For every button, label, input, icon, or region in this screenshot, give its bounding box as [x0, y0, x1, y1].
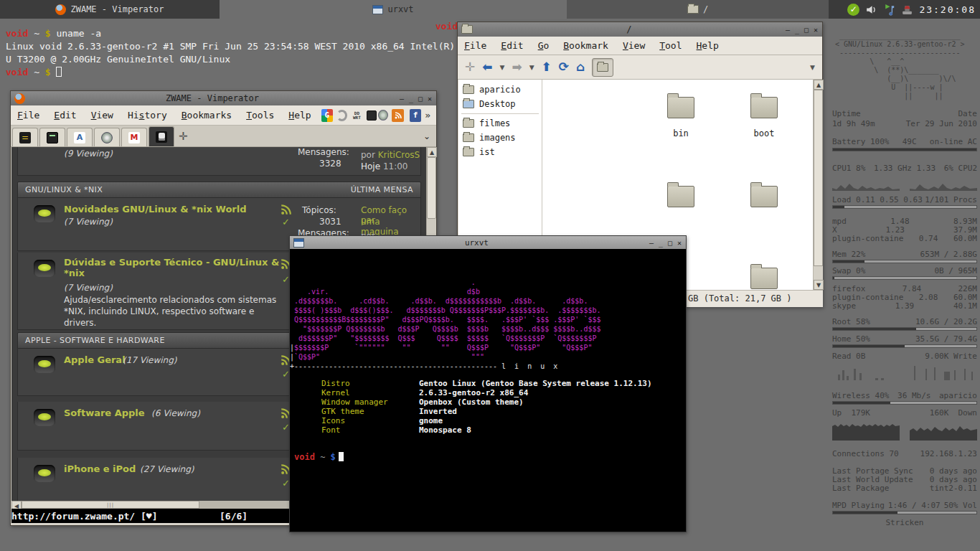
mpd-tray-icon[interactable]: [883, 4, 895, 16]
rss-icon[interactable]: [281, 204, 291, 215]
scroll-down-button[interactable]: ▼: [814, 280, 824, 290]
tab-a[interactable]: A: [67, 128, 93, 146]
tab-cam[interactable]: [94, 128, 120, 146]
shade-button[interactable]: ‒: [786, 26, 790, 34]
minimize-button[interactable]: _: [409, 95, 413, 103]
sidebar-item-filmes[interactable]: filmes: [458, 116, 542, 131]
menu-edit[interactable]: Edit: [47, 107, 83, 123]
menu-go[interactable]: Go: [532, 37, 556, 54]
last-post-time: Hoje 11:00: [361, 159, 408, 172]
menu-help[interactable]: Help: [282, 107, 317, 123]
rss-bookmark-icon[interactable]: [392, 109, 403, 122]
home-button[interactable]: ⌂: [576, 61, 585, 73]
terminal-bookmark-icon[interactable]: [367, 110, 377, 121]
forward-button[interactable]: ➡: [512, 61, 522, 73]
scrollbar-thumb[interactable]: [427, 157, 436, 219]
firefox-titlebar[interactable]: ZWAME - Vimperator ‒ _ □ ✕: [11, 91, 436, 105]
path-segment-button[interactable]: [592, 58, 613, 77]
tab-cat[interactable]: ᆖ: [12, 128, 38, 146]
sidebar-item-imagens[interactable]: imagens: [458, 131, 542, 145]
sidebar-item-home[interactable]: aparicio: [458, 83, 542, 97]
fm-titlebar[interactable]: / ‒ _ □ ✕: [458, 22, 822, 37]
forum-row-partial[interactable]: (9 Viewing) Mensagens: 3328 por KritiCro…: [17, 147, 421, 176]
forum-title-link[interactable]: Dúvidas e Suporte Técnico - GNU/Linux & …: [64, 257, 288, 278]
menu-help[interactable]: Help: [690, 37, 725, 54]
shell-prompt[interactable]: void ~ $: [294, 452, 686, 462]
package-tool-tray-icon[interactable]: [901, 4, 913, 16]
shade-button[interactable]: ‒: [400, 95, 404, 103]
download-graph: [910, 419, 977, 441]
forum-title-link[interactable]: Novidades GNU/Linux & *nix World: [64, 204, 246, 215]
forward-history-chevron[interactable]: ▼: [529, 64, 534, 71]
taskbar-item-zwame[interactable]: ZWAME - Vimperator: [0, 0, 220, 19]
maximize-button[interactable]: □: [668, 239, 672, 247]
clock[interactable]: 23:20:08: [919, 4, 976, 15]
forum-title-link[interactable]: Software Apple: [64, 408, 145, 418]
section-gnulinux: GNU/LINUX & *NIX ÚLTIMA MENSA: [17, 182, 421, 198]
volume-tray-icon[interactable]: [865, 4, 877, 16]
menu-tool[interactable]: Tool: [653, 37, 688, 54]
up-button[interactable]: ⬆: [542, 61, 552, 73]
tab-terminal[interactable]: [39, 128, 65, 146]
vertical-scrollbar[interactable]: ▲ ▼: [813, 80, 823, 290]
back-history-chevron[interactable]: ▼: [500, 64, 505, 71]
scrollbar-thumb[interactable]: |||: [22, 501, 199, 509]
scrollbar-thumb[interactable]: [814, 90, 823, 266]
maximize-button[interactable]: □: [418, 95, 423, 103]
forum-title-link[interactable]: iPhone e iPod: [64, 463, 136, 474]
back-button[interactable]: ⬅: [482, 61, 492, 73]
new-tab-button[interactable]: ✛: [179, 130, 188, 143]
info-value: gnome: [419, 416, 443, 425]
menu-file[interactable]: File: [11, 107, 46, 123]
tab-zwame-active[interactable]: [149, 126, 174, 146]
tab-gmail[interactable]: M: [121, 128, 147, 146]
terminal-content[interactable]: . .vir. d$b .d$$$$$$b. .cd$$b. .d$$b. d$…: [290, 249, 686, 532]
refresh-button[interactable]: ⟳: [559, 61, 569, 73]
arc-bookmark-icon[interactable]: [336, 110, 347, 121]
new-tab-button[interactable]: ✛: [465, 61, 475, 73]
sidebar-item-desktop[interactable]: Desktop: [458, 97, 542, 111]
close-button[interactable]: ✕: [428, 95, 432, 103]
skype-tray-icon[interactable]: ✓: [847, 4, 859, 16]
file-item[interactable]: [732, 186, 796, 217]
webcam-bookmark-icon[interactable]: [378, 110, 388, 121]
section-lastmsg-label: ÚLTIMA MENSA: [351, 185, 413, 194]
minimize-button[interactable]: _: [659, 239, 663, 247]
shade-button[interactable]: ‒: [649, 239, 654, 247]
menu-file[interactable]: File: [458, 37, 493, 54]
file-item-bin[interactable]: bin: [649, 97, 713, 138]
maximize-button[interactable]: □: [804, 26, 809, 34]
info-label: Font: [321, 425, 419, 435]
menu-history[interactable]: History: [121, 107, 174, 123]
ddwrt-bookmark-icon[interactable]: DD WRT: [351, 109, 362, 122]
scroll-up-button[interactable]: ▲: [814, 80, 824, 90]
menubar-overflow-button[interactable]: »: [425, 110, 430, 121]
minimize-button[interactable]: _: [795, 26, 799, 34]
file-item[interactable]: [649, 186, 713, 217]
sidebar-item-ist[interactable]: ist: [458, 145, 542, 159]
close-button[interactable]: ✕: [814, 26, 818, 34]
scroll-up-button[interactable]: ▲: [427, 147, 437, 157]
menu-view[interactable]: View: [85, 107, 120, 123]
facebook-bookmark-icon[interactable]: f: [410, 109, 421, 122]
google-bookmark-icon[interactable]: G: [321, 109, 333, 122]
urxvt-titlebar[interactable]: urxvt ‒ _ □ ✕: [290, 236, 686, 249]
menu-tools[interactable]: Tools: [240, 107, 281, 123]
taskbar-item-urxvt[interactable]: urxvt: [220, 0, 567, 19]
file-item-boot[interactable]: boot: [732, 97, 796, 138]
menu-bookmarks[interactable]: Bookmarks: [175, 107, 238, 123]
info-value: Openbox (Custom theme): [419, 397, 524, 407]
tab-list-button[interactable]: ⌄: [423, 131, 430, 141]
taskbar-item-filemanager[interactable]: /: [567, 0, 829, 19]
uname-output-line2: U T3200 @ 2.00GHz GenuineIntel GNU/Linux: [6, 54, 230, 65]
root-row: Root 58%10.6G / 20.2G: [832, 317, 977, 326]
close-button[interactable]: ✕: [677, 239, 682, 247]
fm-title: /: [473, 24, 786, 34]
menu-edit[interactable]: Edit: [494, 37, 529, 54]
menu-bookmark[interactable]: Bookmark: [557, 37, 615, 54]
forum-title-link[interactable]: Apple Geral: [64, 354, 126, 365]
home-row: Home 50%35.5G / 79.4G: [832, 334, 977, 344]
menu-view[interactable]: View: [616, 37, 651, 54]
toolbar-overflow-chevron[interactable]: ▼: [810, 64, 815, 71]
urxvt-window[interactable]: urxvt ‒ _ □ ✕ . .vir. d$b .d$$$$$$b. .cd…: [289, 235, 687, 532]
